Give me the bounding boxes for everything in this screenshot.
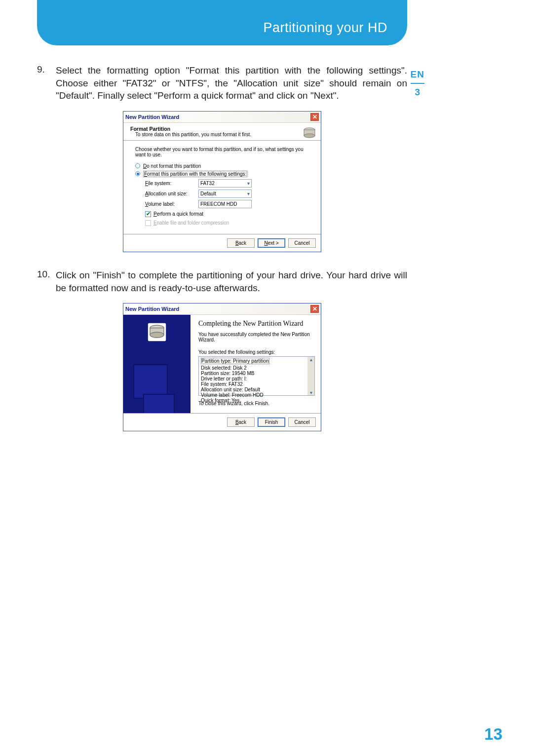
dialog-buttons: Back< Back Finish Cancel [123,413,321,431]
row-volume-label: Volume label: FREECOM HDD [145,200,309,208]
page-number: 13 [484,725,502,744]
row-file-system: File system: FAT32 ▾ [145,179,309,188]
volume-label-label: Volume label: [145,201,198,207]
summary-line: Drive letter or path: I: [201,376,312,381]
success-text: You have successfully completed the New … [198,332,315,342]
summary-line: Disk selected: Disk 2 [201,365,312,371]
step-number: 9. [37,64,56,102]
dialog-title: New Partition Wizard [125,114,179,120]
checkbox-quick-format[interactable]: ✔ Perform a quick format [145,211,309,217]
checkbox-icon: ✔ [145,211,151,217]
step-10: 10. Click on "Finish" to complete the pa… [37,269,407,294]
checkbox-label: Perform a quick format [153,211,203,217]
side-badge: EN 3 [411,69,424,98]
scroll-up-icon: ▴ [310,357,312,362]
wizard-main: Completing the New Partition Wizard You … [190,315,321,413]
content-area: 9. Select the formatting option "Format … [37,64,407,448]
back-button[interactable]: Back< Back [227,238,255,248]
step-text: Click on "Finish" to complete the partit… [56,269,407,294]
language-label: EN [411,69,424,80]
complete-heading: Completing the New Partition Wizard [198,320,315,328]
select-value: FAT32 [200,181,215,186]
cancel-button[interactable]: Cancel [288,417,316,427]
radio-icon [135,163,140,168]
dialog-body: Choose whether you want to format this p… [123,141,321,234]
svg-point-2 [304,134,315,138]
wizard-dialog-complete: New Partition Wizard ✕ Completing the Ne… [123,303,321,431]
dialog-intro: Choose whether you want to format this p… [135,147,309,157]
side-divider [411,83,424,84]
finish-button[interactable]: Finish [258,417,285,427]
radio-label: DDo not format this partitiono not forma… [143,163,201,169]
radio-format-settings[interactable]: Format this partition with the following… [135,171,309,177]
summary-line: Quick format: Yes [201,398,312,403]
disk-icon [147,322,167,342]
file-system-label: File system: [145,181,198,186]
summary-line: Volume label: Freecom HDD [201,392,312,398]
radio-icon [135,171,140,176]
allocation-size-label: Allocation unit size: [145,191,198,196]
dialog-titlebar: New Partition Wizard ✕ [123,112,321,123]
back-button[interactable]: Back< Back [227,417,255,427]
dialog-titlebar: New Partition Wizard ✕ [123,303,321,315]
disk-icon [302,126,317,141]
dialog-heading: Format Partition [130,126,314,132]
step-number: 10. [37,269,56,294]
volume-label-input[interactable]: FREECOM HDD [198,200,252,208]
summary-line: Partition type: Primary partition [201,358,269,364]
format-settings-form: File system: FAT32 ▾ Allocation unit siz… [135,179,309,226]
radio-label: Format this partition with the following… [143,171,247,177]
chevron-down-icon: ▾ [247,191,250,196]
wizard-sidebar [123,315,190,413]
checkbox-label: Enable file and folder compression [153,220,229,226]
scroll-down-icon: ▾ [310,390,312,395]
radio-do-not-format[interactable]: DDo not format this partitiono not forma… [135,163,309,169]
selected-label: You selected the following settings: [198,349,315,355]
page: Partitioning your HD EN 3 9. Select the … [0,0,533,756]
page-title: Partitioning your HD [263,20,387,36]
row-allocation-size: Allocation unit size: Default ▾ [145,189,309,198]
chevron-down-icon: ▾ [247,181,250,186]
checkbox-icon [145,220,151,226]
close-icon[interactable]: ✕ [310,113,319,121]
chapter-number: 3 [411,87,424,98]
step-text: Select the formatting option "Format thi… [56,64,407,102]
summary-line: File system: FAT32 [201,381,312,387]
cancel-button[interactable]: Cancel [288,238,316,248]
dialog-buttons: Back< Back Next >Next > Cancel [123,234,321,252]
wizard-dialog-format: New Partition Wizard ✕ Format Partition … [123,111,321,252]
next-button[interactable]: Next >Next > [258,238,285,248]
dialog-title: New Partition Wizard [125,306,179,312]
allocation-size-select[interactable]: Default ▾ [198,189,252,198]
file-system-select[interactable]: FAT32 ▾ [198,179,252,188]
header-banner: Partitioning your HD [37,0,407,45]
dialog-subheading: To store data on this partition, you mus… [130,132,314,137]
summary-line: Allocation unit size: Default [201,387,312,392]
checkbox-compression: Enable file and folder compression [145,220,309,226]
step-9: 9. Select the formatting option "Format … [37,64,407,102]
close-icon[interactable]: ✕ [310,305,319,313]
dialog-body: Completing the New Partition Wizard You … [123,315,321,413]
select-value: Default [200,191,216,196]
dialog-header: Format Partition To store data on this p… [123,123,321,141]
scrollbar[interactable]: ▴ ▾ [307,357,314,395]
svg-point-6 [150,332,164,338]
settings-summary: Partition type: Primary partition Disk s… [198,356,315,396]
summary-line: Partition size: 19540 MB [201,371,312,376]
